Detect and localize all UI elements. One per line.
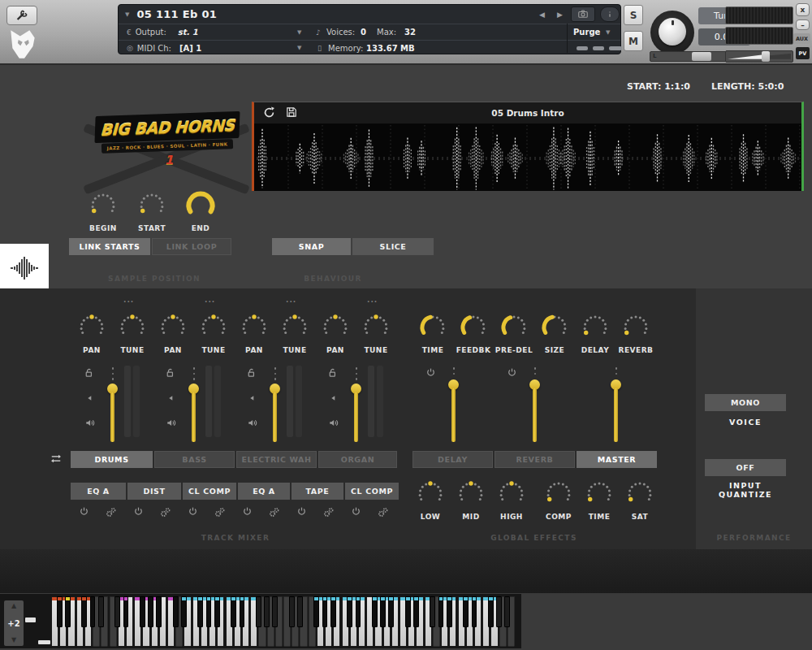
black-key[interactable] [330,596,336,627]
volume-slider-handle[interactable] [762,51,770,62]
octave-down-icon[interactable]: ▼ [11,637,16,644]
black-key[interactable] [140,596,145,627]
black-key[interactable] [313,596,319,627]
output-dropdown-icon[interactable]: ▼ [297,29,301,36]
reverb-predelay-knob[interactable]: PRE-DEL [495,311,533,360]
delay-power-icon[interactable] [425,367,436,378]
ch1-lock-icon[interactable] [84,367,94,378]
black-key[interactable] [488,596,494,627]
black-key[interactable] [114,596,120,627]
ch1-tune-knob[interactable]: TUNE [113,311,152,360]
black-key[interactable] [297,596,303,627]
black-key[interactable] [388,596,394,627]
ch3-lock-icon[interactable] [246,367,257,378]
black-key[interactable] [322,596,328,627]
black-key[interactable] [90,596,96,627]
link-starts-button[interactable]: LINK STARTS [69,238,150,255]
black-key[interactable] [57,596,63,627]
fx-slot-5[interactable]: TAPE [292,483,343,500]
black-key[interactable] [380,596,386,627]
black-key[interactable] [347,596,352,627]
black-key[interactable] [463,596,469,627]
reverb-send-knob[interactable]: REVERB [616,311,655,360]
ch1-mute-icon[interactable] [86,394,93,402]
black-key[interactable] [372,596,378,627]
black-key[interactable] [65,596,71,627]
ch3-speaker-icon[interactable] [246,418,258,428]
track-tab-bass[interactable]: BASS [154,451,235,468]
delay-feedback-knob[interactable]: FEEDBK [454,311,493,360]
reverb-power-icon[interactable] [507,367,517,378]
fx4-power-icon[interactable] [242,506,253,517]
black-key[interactable] [206,596,212,627]
prev-instrument-icon[interactable]: ◀ [539,11,545,19]
minimize-button[interactable]: – [796,20,810,30]
pan-slider-handle[interactable] [692,52,711,61]
track-tab-organ[interactable]: ORGAN [318,451,397,468]
black-key[interactable] [148,596,153,627]
black-key[interactable] [430,596,435,627]
fx-slot-2[interactable]: DIST [127,483,181,500]
black-key[interactable] [272,596,278,627]
wrench-edit-button[interactable] [6,6,37,25]
fx5-edit-icon[interactable] [322,506,335,518]
ch4-menu-dots[interactable]: ··· [367,297,378,306]
keyboard-scroll-handle-2[interactable] [38,640,50,644]
master-time-knob[interactable]: TIME [580,478,619,526]
fx-slot-1[interactable]: EQ A [71,483,126,500]
master-low-knob[interactable]: LOW [411,478,450,526]
fx-slot-4[interactable]: EQ A [238,483,290,500]
output-value[interactable]: st. 1 [178,28,198,37]
black-key[interactable] [356,596,361,627]
fx2-edit-icon[interactable] [159,506,171,518]
fx6-power-icon[interactable] [351,506,361,517]
snapshot-camera-button[interactable] [571,6,595,22]
ch3-tune-knob[interactable]: TUNE [275,311,314,360]
master-level-fader[interactable] [611,366,621,443]
solo-button[interactable]: S [624,5,643,25]
fx3-edit-icon[interactable] [214,506,226,518]
black-key[interactable] [472,596,477,627]
midi-dropdown-icon[interactable]: ▼ [297,45,301,51]
master-comp-knob[interactable]: COMP [539,478,578,526]
midi-value[interactable]: [A] 1 [179,44,201,53]
reverb-level-fader[interactable] [529,366,540,443]
fx5-power-icon[interactable] [296,506,307,517]
black-key[interactable] [447,596,452,627]
fx-slot-6[interactable]: CL COMP [345,483,399,500]
ch1-speaker-icon[interactable] [84,418,96,428]
black-key[interactable] [173,596,179,627]
black-key[interactable] [264,596,270,627]
black-key[interactable] [214,596,220,627]
link-loop-button[interactable]: LINK LOOP [152,238,231,255]
black-key[interactable] [413,596,419,627]
ch2-pan-knob[interactable]: PAN [153,311,192,360]
black-key[interactable] [256,596,261,627]
ch4-lock-icon[interactable] [327,367,338,378]
track-tab-drums[interactable]: DRUMS [71,451,153,468]
fx-tab-delay[interactable]: DELAY [412,451,493,468]
end-knob[interactable]: END [181,189,220,238]
start-knob[interactable]: START [132,189,171,238]
info-button[interactable] [600,6,620,22]
black-key[interactable] [197,596,203,627]
ch1-menu-dots[interactable]: ··· [123,297,134,306]
reload-icon[interactable] [262,106,276,119]
master-tune-knob[interactable] [650,11,694,54]
black-key[interactable] [123,596,129,627]
ch4-pan-knob[interactable]: PAN [316,311,355,360]
voice-mode-button[interactable]: MONO [705,394,786,411]
ch2-volume-fader[interactable] [188,366,199,443]
ch2-speaker-icon[interactable] [165,418,177,428]
fx1-power-icon[interactable] [79,506,89,517]
fx6-edit-icon[interactable] [377,506,389,518]
purge-button[interactable]: Purge [573,28,600,37]
ch2-menu-dots[interactable]: ··· [205,297,215,306]
keyboard-scroll-handle[interactable] [25,618,36,622]
ch2-tune-knob[interactable]: TUNE [194,311,233,360]
delay-send-knob[interactable]: DELAY [576,311,615,360]
save-icon[interactable] [285,106,298,119]
input-quantize-button[interactable]: OFF [705,459,786,476]
fx-slot-3[interactable]: CL COMP [183,483,236,500]
fx2-power-icon[interactable] [133,506,144,517]
